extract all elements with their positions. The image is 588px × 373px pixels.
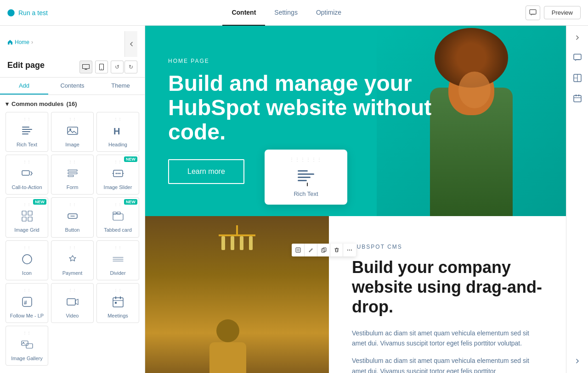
svg-text:H: H (113, 126, 120, 136)
module-label: Image Grid (14, 227, 39, 233)
sidebar-tab-contents[interactable]: Contents (48, 78, 96, 95)
drag-handle: ⋮⋮ (114, 202, 122, 206)
svg-rect-32 (67, 299, 75, 305)
run-test-label: Run a test (18, 9, 48, 17)
new-badge: NEW (124, 199, 137, 205)
right-chevron-icon[interactable] (569, 353, 586, 369)
rich-text-card-icon (295, 166, 317, 188)
undo-button[interactable]: ↺ (111, 61, 124, 73)
module-image-slider[interactable]: NEW ⋮⋮ Image Slider (96, 155, 139, 195)
drag-handle: ⋮⋮ (68, 117, 77, 121)
icon-icon (19, 251, 35, 267)
module-label: Form (67, 184, 79, 190)
right-collapse-button[interactable] (569, 29, 586, 46)
svg-rect-22 (28, 211, 32, 215)
module-icon[interactable]: ⋮⋮ Icon (6, 240, 48, 280)
svg-point-29 (23, 255, 32, 264)
bottom-image (145, 216, 329, 373)
hero-banner: HOME PAGE Build and manage your HubSpot … (145, 26, 566, 216)
drag-handle: ⋮⋮ (114, 245, 122, 250)
svg-rect-6 (22, 127, 29, 128)
toolbar-edit-button[interactable] (305, 244, 317, 256)
canvas: HOME PAGE Build and manage your HubSpot … (145, 26, 566, 373)
svg-point-50 (349, 250, 350, 251)
svg-rect-37 (22, 341, 28, 345)
svg-rect-23 (22, 217, 26, 221)
new-badge: NEW (33, 199, 46, 205)
module-form[interactable]: ⋮⋮ Form (51, 155, 94, 195)
sidebar-tab-add[interactable]: Add (0, 78, 48, 95)
drag-handle: ⋮⋮ (114, 288, 122, 292)
sidebar-header: Home › Edit page ↺ (0, 26, 145, 78)
svg-point-18 (115, 173, 117, 174)
form-icon (64, 165, 81, 182)
svg-point-19 (117, 173, 119, 174)
svg-rect-8 (22, 131, 30, 132)
module-label: Divider (110, 270, 125, 276)
undo-redo-controls: ↺ ↻ (111, 61, 137, 73)
module-label: Button (65, 227, 80, 233)
mobile-view-button[interactable] (95, 61, 108, 73)
svg-point-51 (351, 250, 352, 251)
svg-point-49 (347, 250, 348, 251)
preview-button[interactable]: Preview (544, 6, 581, 19)
tab-settings[interactable]: Settings (265, 0, 307, 26)
topbar-right: Preview (526, 6, 581, 20)
right-layout-icon[interactable] (569, 70, 586, 86)
desktop-view-button[interactable] (79, 61, 92, 73)
module-video[interactable]: ⋮⋮ Video (51, 283, 94, 323)
modules-grid: ⋮⋮ Rich Text ⋮⋮ Image ⋮⋮ (6, 112, 139, 366)
module-image[interactable]: ⋮⋮ Image (51, 112, 94, 152)
drag-handle: ⋮⋮ (68, 245, 77, 250)
sidebar-tabs: Add Contents Theme (0, 78, 145, 95)
card-toolbar (292, 244, 356, 256)
right-comment-icon[interactable] (569, 50, 586, 66)
tab-content[interactable]: Content (222, 0, 265, 26)
module-heading[interactable]: ⋮⋮ H Heading (96, 112, 139, 152)
toolbar-delete-button[interactable] (330, 244, 343, 256)
section-toggle-icon: ▾ (6, 100, 9, 107)
breadcrumb: Home › (7, 39, 33, 45)
module-tabbed-card[interactable]: NEW ⋮⋮ Tabbed card (96, 197, 139, 237)
module-divider[interactable]: ⋮⋮ Divider (96, 240, 139, 280)
module-label: Image Slider (104, 184, 132, 190)
bottom-eyebrow: HUBSPOT CMS (352, 244, 543, 250)
svg-rect-43 (298, 180, 307, 181)
rich-text-card-label: Rich Text (294, 190, 318, 197)
svg-rect-26 (113, 214, 123, 220)
comment-icon[interactable] (526, 6, 540, 20)
learn-more-button[interactable]: Learn more (168, 159, 244, 184)
common-modules-header[interactable]: ▾ Common modules (16) (6, 100, 139, 107)
sidebar-collapse-button[interactable] (124, 31, 137, 57)
sidebar-tab-theme[interactable]: Theme (96, 78, 145, 95)
drag-handle: ⋮⋮ (68, 288, 77, 292)
svg-rect-40 (298, 170, 308, 172)
right-calendar-icon[interactable] (569, 90, 586, 106)
module-meetings[interactable]: ⋮⋮ Meetings (96, 283, 139, 323)
svg-rect-36 (115, 302, 117, 304)
image-grid-icon (19, 208, 35, 224)
drag-handle: ⋮⋮ (23, 331, 31, 335)
module-label: Image Gallery (11, 356, 42, 362)
toolbar-move-button[interactable] (292, 244, 305, 256)
module-label: Video (66, 313, 79, 319)
svg-point-5 (101, 69, 102, 70)
toolbar-duplicate-button[interactable] (317, 244, 330, 256)
module-payment[interactable]: ⋮⋮ Payment (51, 240, 94, 280)
bottom-title: Build your company website using drag-an… (352, 257, 543, 317)
module-cta[interactable]: ⋮⋮ Call-to-Action (6, 155, 48, 195)
bottom-body-1: Vestibulum ac diam sit amet quam vehicul… (352, 328, 543, 349)
svg-rect-38 (26, 344, 33, 348)
left-sidebar: Home › Edit page ↺ (0, 26, 145, 373)
tab-optimize[interactable]: Optimize (307, 0, 351, 26)
module-button[interactable]: ⋮⋮ Button (51, 197, 94, 237)
redo-button[interactable]: ↻ (124, 61, 137, 73)
toolbar-more-button[interactable] (343, 244, 356, 256)
breadcrumb-home-link[interactable]: Home (15, 39, 29, 45)
module-image-grid[interactable]: NEW ⋮⋮ Image Grid (6, 197, 48, 237)
module-follow-me[interactable]: ⋮⋮ # Follow Me - LP (6, 283, 48, 323)
cta-icon (19, 165, 35, 182)
module-rich-text[interactable]: ⋮⋮ Rich Text (6, 112, 48, 152)
run-test-button[interactable]: Run a test (7, 9, 48, 17)
module-image-gallery[interactable]: ⋮⋮ Image Gallery (6, 326, 48, 366)
